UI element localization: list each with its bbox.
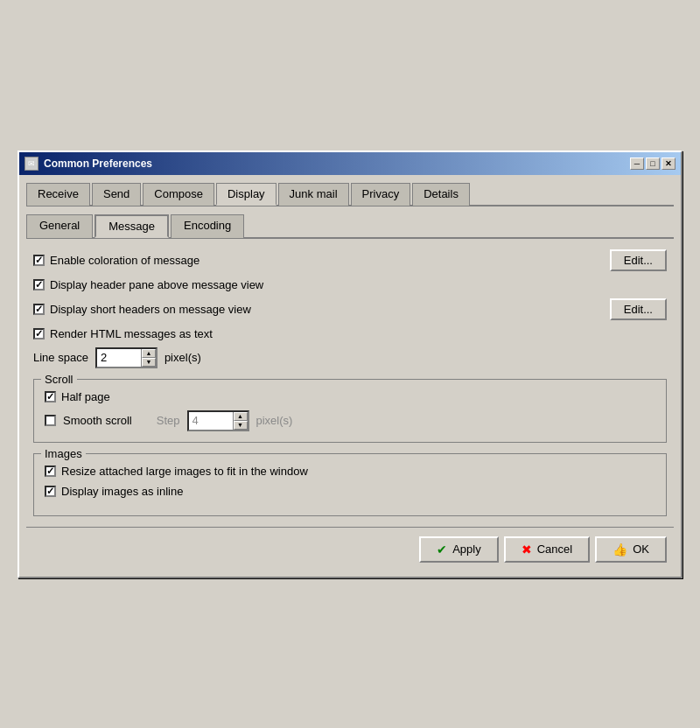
display-inline-checkbox[interactable] bbox=[45, 486, 56, 497]
render-html-checkbox[interactable] bbox=[33, 328, 45, 340]
display-inline-row: Display images as inline bbox=[45, 485, 655, 498]
window-body: Receive Send Compose Display Junk mail P… bbox=[19, 175, 681, 577]
half-page-checkbox[interactable] bbox=[45, 391, 56, 402]
enable-coloration-label: Enable coloration of message bbox=[50, 254, 200, 267]
main-window: ✉ Common Preferences ─ □ ✕ Receive Send … bbox=[18, 150, 682, 578]
resize-images-label: Resize attached large images to fit in t… bbox=[61, 465, 308, 478]
tab-privacy[interactable]: Privacy bbox=[351, 183, 411, 206]
enable-coloration-checkbox[interactable] bbox=[33, 255, 45, 266]
tab-send[interactable]: Send bbox=[92, 183, 141, 206]
subtab-general[interactable]: General bbox=[26, 214, 93, 238]
half-page-label: Half page bbox=[61, 390, 110, 403]
subtab-message[interactable]: Message bbox=[94, 214, 169, 238]
resize-images-checkbox[interactable] bbox=[45, 466, 56, 477]
edit-coloration-button[interactable]: Edit... bbox=[610, 249, 667, 271]
ok-button[interactable]: 👍 OK bbox=[595, 536, 667, 563]
minimize-button[interactable]: ─ bbox=[630, 158, 644, 170]
resize-images-row: Resize attached large images to fit in t… bbox=[45, 465, 655, 478]
content-area: Enable coloration of message Edit... Dis… bbox=[26, 249, 674, 516]
app-icon: ✉ bbox=[24, 157, 38, 171]
line-space-unit: pixel(s) bbox=[164, 351, 201, 364]
window-title: Common Preferences bbox=[44, 158, 152, 170]
display-short-headers-group: Display short headers on message view bbox=[33, 303, 251, 316]
step-spin: ▲ ▼ bbox=[187, 410, 249, 431]
sub-tabs: General Message Encoding bbox=[26, 214, 674, 239]
cancel-icon: ✖ bbox=[522, 542, 532, 556]
main-tabs: Receive Send Compose Display Junk mail P… bbox=[26, 182, 674, 206]
tab-details[interactable]: Details bbox=[412, 183, 470, 206]
ok-icon: 👍 bbox=[612, 542, 627, 556]
tab-compose[interactable]: Compose bbox=[143, 183, 214, 206]
close-button[interactable]: ✕ bbox=[662, 158, 676, 170]
cancel-label: Cancel bbox=[537, 542, 572, 556]
bottom-bar: ✔ Apply ✖ Cancel 👍 OK bbox=[26, 527, 674, 570]
step-arrows: ▲ ▼ bbox=[233, 412, 248, 430]
display-header-pane-label: Display header pane above message view bbox=[50, 278, 263, 291]
subtab-encoding[interactable]: Encoding bbox=[171, 214, 244, 238]
line-space-up-arrow[interactable]: ▲ bbox=[142, 349, 156, 358]
line-space-label: Line space bbox=[33, 351, 88, 364]
apply-label: Apply bbox=[452, 542, 481, 556]
step-up-arrow[interactable]: ▲ bbox=[234, 412, 248, 421]
scroll-group-legend: Scroll bbox=[41, 373, 77, 386]
tab-junk-mail[interactable]: Junk mail bbox=[278, 183, 349, 206]
line-space-row: Line space ▲ ▼ pixel(s) bbox=[33, 347, 667, 368]
title-bar: ✉ Common Preferences ─ □ ✕ bbox=[19, 152, 681, 175]
ok-label: OK bbox=[633, 542, 649, 556]
scroll-group: Scroll Half page Smooth scroll Step ▲ bbox=[33, 379, 667, 443]
images-group: Images Resize attached large images to f… bbox=[33, 453, 667, 516]
restore-button[interactable]: □ bbox=[646, 158, 660, 170]
enable-coloration-row: Enable coloration of message Edit... bbox=[33, 249, 667, 271]
display-header-pane-row: Display header pane above message view bbox=[33, 278, 667, 291]
edit-headers-button[interactable]: Edit... bbox=[610, 298, 667, 320]
smooth-scroll-label: Smooth scroll bbox=[63, 414, 132, 427]
line-space-input[interactable] bbox=[97, 349, 141, 366]
step-input[interactable] bbox=[189, 412, 233, 429]
smooth-scroll-row: Smooth scroll Step ▲ ▼ pixel(s) bbox=[45, 410, 655, 431]
render-html-label: Render HTML messages as text bbox=[50, 327, 213, 340]
display-inline-label: Display images as inline bbox=[61, 485, 183, 498]
display-short-headers-label: Display short headers on message view bbox=[50, 303, 251, 316]
enable-coloration-group: Enable coloration of message bbox=[33, 254, 200, 267]
apply-button[interactable]: ✔ Apply bbox=[419, 536, 499, 563]
apply-icon: ✔ bbox=[437, 542, 447, 556]
tab-display[interactable]: Display bbox=[216, 183, 276, 206]
line-space-arrows: ▲ ▼ bbox=[141, 349, 156, 367]
step-unit: pixel(s) bbox=[256, 414, 293, 427]
display-header-pane-checkbox[interactable] bbox=[33, 279, 45, 290]
step-down-arrow[interactable]: ▼ bbox=[234, 421, 248, 430]
half-page-row: Half page bbox=[45, 390, 655, 403]
line-space-spin: ▲ ▼ bbox=[95, 347, 158, 368]
line-space-down-arrow[interactable]: ▼ bbox=[142, 358, 156, 367]
step-label: Step bbox=[157, 414, 180, 427]
smooth-scroll-checkbox[interactable] bbox=[45, 415, 56, 426]
title-buttons: ─ □ ✕ bbox=[630, 158, 676, 170]
cancel-button[interactable]: ✖ Cancel bbox=[504, 536, 590, 563]
render-html-row: Render HTML messages as text bbox=[33, 327, 667, 340]
tab-receive[interactable]: Receive bbox=[26, 183, 90, 206]
display-short-headers-row: Display short headers on message view Ed… bbox=[33, 298, 667, 320]
images-group-legend: Images bbox=[41, 447, 86, 460]
display-short-headers-checkbox[interactable] bbox=[33, 304, 45, 315]
